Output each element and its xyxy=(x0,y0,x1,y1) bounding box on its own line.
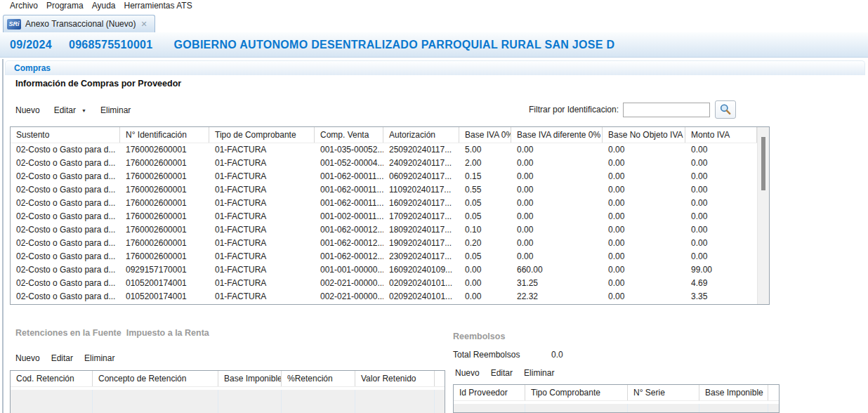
table-cell: 002-021-00000... xyxy=(315,290,383,303)
table-cell: 001-062-00012... xyxy=(315,250,383,263)
column-header[interactable]: Autorización xyxy=(383,127,459,143)
ruc-label: 0968575510001 xyxy=(69,39,153,51)
column-header[interactable]: Base Imponible xyxy=(699,385,768,400)
column-header[interactable]: Id Proveedor xyxy=(454,385,525,400)
column-header[interactable]: N° Serie xyxy=(628,385,699,400)
vertical-scrollbar[interactable] xyxy=(757,127,769,304)
table-row[interactable]: 02-Costo o Gasto para d...17600026000010… xyxy=(11,237,757,250)
column-header[interactable]: Cod. Retención xyxy=(11,371,93,386)
table-cell: 0.00 xyxy=(603,210,685,223)
table-row[interactable]: 02-Costo o Gasto para d...09291571700010… xyxy=(11,263,757,277)
column-header[interactable]: Valor Retenido xyxy=(355,371,435,386)
table-cell: 0.00 xyxy=(459,290,511,303)
table-cell: 660.00 xyxy=(511,263,603,277)
table-cell: 0.00 xyxy=(685,237,757,250)
table-cell: 0929157170001 xyxy=(120,263,209,277)
reembolsos-section-title: Reembolsos xyxy=(453,332,505,341)
compras-tab-label: Compras xyxy=(14,63,51,73)
magnifier-icon xyxy=(719,103,732,116)
table-cell: 001-035-00052... xyxy=(315,143,383,157)
column-header[interactable]: Monto IVA xyxy=(685,127,757,143)
retenciones-nuevo-button[interactable]: Nuevo xyxy=(15,353,40,363)
column-header[interactable]: Concepto de Retención xyxy=(93,371,218,386)
table-row[interactable]: 02-Costo o Gasto para d...17600026000010… xyxy=(11,223,757,237)
compras-eliminar-button[interactable]: Eliminar xyxy=(100,105,131,115)
retenciones-eliminar-button[interactable]: Eliminar xyxy=(84,353,114,363)
table-cell: 001-062-00011... xyxy=(315,183,383,197)
menu-archivo[interactable]: Archivo xyxy=(6,1,42,11)
table-cell: 4.69 xyxy=(685,277,757,290)
compras-table: SustentoN° IdentificaciónTipo de Comprob… xyxy=(10,126,770,305)
column-header[interactable]: Tipo Comprobante xyxy=(525,385,628,400)
table-cell: 0.00 xyxy=(603,237,685,250)
empty-table-body xyxy=(11,390,445,413)
column-header[interactable]: Tipo de Comprobante xyxy=(209,127,315,143)
empty-cell xyxy=(525,404,628,412)
reembolsos-eliminar-button[interactable]: Eliminar xyxy=(524,368,554,378)
table-cell: 01-FACTURA xyxy=(209,290,315,303)
tab-anexo-transaccional[interactable]: SRi Anexo Transaccional (Nuevo) ✕ xyxy=(3,15,155,32)
table-cell: 02-Costo o Gasto para d... xyxy=(11,143,120,157)
menu-ayuda[interactable]: Ayuda xyxy=(88,1,120,11)
table-cell: 0.00 xyxy=(603,263,685,277)
table-cell: 02-Costo o Gasto para d... xyxy=(11,263,120,277)
table-cell: 01-FACTURA xyxy=(209,210,315,223)
table-row[interactable]: 02-Costo o Gasto para d...17600026000010… xyxy=(11,210,757,223)
table-cell: 160920240117... xyxy=(383,197,459,210)
menu-herramientas-ats[interactable]: Herramientas ATS xyxy=(120,1,197,11)
retenciones-section-title: Retenciones en la Fuente Impuesto a la R… xyxy=(15,328,209,338)
section-tab-compras[interactable]: Compras xyxy=(5,60,865,75)
column-header[interactable]: Base Imponible xyxy=(218,371,282,386)
compras-toolbar: Nuevo Editar ▼ Eliminar xyxy=(15,105,131,115)
table-cell: 01-FACTURA xyxy=(209,197,315,210)
compras-nuevo-button[interactable]: Nuevo xyxy=(15,105,40,115)
table-row[interactable]: 02-Costo o Gasto para d...01052001740010… xyxy=(11,277,757,290)
table-cell: 1760002600001 xyxy=(120,210,209,223)
total-reembolsos-row: Total Reembolsos 0.0 xyxy=(453,350,563,360)
table-cell: 01-FACTURA xyxy=(209,183,315,197)
table-row[interactable]: 02-Costo o Gasto para d...17600026000010… xyxy=(11,157,757,170)
retenciones-editar-button[interactable]: Editar xyxy=(51,353,73,363)
table-cell: 0.00 xyxy=(603,183,685,197)
column-header[interactable]: Comp. Venta xyxy=(315,127,383,143)
editar-dropdown-icon[interactable]: ▼ xyxy=(81,108,86,113)
table-cell: 1760002600001 xyxy=(120,197,209,210)
column-header[interactable]: Sustento xyxy=(11,127,120,143)
table-row[interactable]: 02-Costo o Gasto para d...17600026000010… xyxy=(11,197,757,210)
table-row[interactable]: 02-Costo o Gasto para d...17600026000010… xyxy=(11,143,757,157)
column-header[interactable]: Base IVA diferente 0% xyxy=(511,127,603,143)
filter-identificacion-input[interactable] xyxy=(623,103,710,117)
table-row[interactable]: 02-Costo o Gasto para d...17600026000010… xyxy=(11,183,757,197)
table-cell: 1760002600001 xyxy=(120,143,209,157)
column-header[interactable]: Base IVA 0% xyxy=(459,127,511,143)
scrollbar-thumb[interactable] xyxy=(761,137,765,190)
table-cell: 02-Costo o Gasto para d... xyxy=(11,277,120,290)
column-header[interactable]: Base No Objeto IVA xyxy=(603,127,685,143)
retenciones-table-header: Cod. RetenciónConcepto de RetenciónBase … xyxy=(11,371,445,387)
tab-close-icon[interactable]: ✕ xyxy=(140,20,147,29)
column-header[interactable]: N° Identificación xyxy=(120,127,209,143)
table-cell: 0.00 xyxy=(459,277,511,290)
menu-programa[interactable]: Programa xyxy=(42,1,88,11)
table-cell: 1760002600001 xyxy=(120,250,209,263)
table-cell: 02-Costo o Gasto para d... xyxy=(11,197,120,210)
table-row[interactable]: 02-Costo o Gasto para d...17600026000010… xyxy=(11,170,757,183)
search-button[interactable] xyxy=(715,100,736,119)
table-cell: 0.00 xyxy=(603,223,685,237)
table-cell: 0.10 xyxy=(459,223,511,237)
table-cell: 0.00 xyxy=(685,210,757,223)
window-left-border xyxy=(2,59,4,413)
reembolsos-nuevo-button[interactable]: Nuevo xyxy=(455,368,480,378)
table-cell: 02-Costo o Gasto para d... xyxy=(11,157,120,170)
table-row[interactable]: 02-Costo o Gasto para d...01052001740010… xyxy=(11,290,757,303)
table-cell: 001-062-00012... xyxy=(315,223,383,237)
table-cell: 0.00 xyxy=(603,277,685,290)
compras-editar-label: Editar xyxy=(54,105,76,115)
empty-cell xyxy=(628,404,699,412)
table-cell: 02-Costo o Gasto para d... xyxy=(11,223,120,237)
column-header[interactable]: %Retención xyxy=(282,371,355,386)
compras-editar-button[interactable]: Editar ▼ xyxy=(54,105,86,115)
table-cell: 0.05 xyxy=(459,210,511,223)
table-row[interactable]: 02-Costo o Gasto para d...17600026000010… xyxy=(11,250,757,263)
reembolsos-editar-button[interactable]: Editar xyxy=(491,368,513,378)
